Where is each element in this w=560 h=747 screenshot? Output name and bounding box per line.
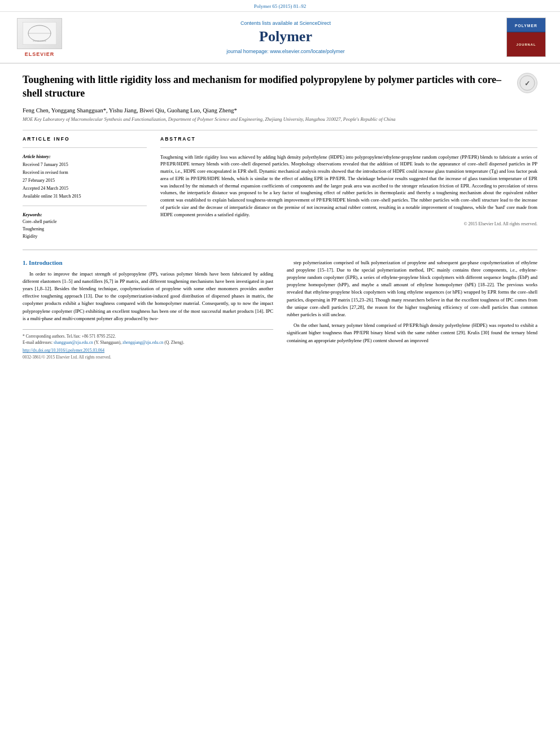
sciencedirect-link[interactable]: Contents lists available at ScienceDirec… bbox=[240, 20, 331, 26]
keywords-divider bbox=[23, 206, 147, 206]
keyword-2: Toughening bbox=[23, 226, 147, 233]
received-revised-date: 27 February 2015 bbox=[23, 177, 147, 184]
journal-homepage: journal homepage: www.elsevier.com/locat… bbox=[226, 49, 345, 54]
keyword-3: Rigidity bbox=[23, 233, 147, 241]
history-label-text: Article history: bbox=[23, 154, 51, 159]
svg-text:journal: journal bbox=[517, 43, 536, 46]
article-info-divider bbox=[23, 147, 147, 148]
abstract-paragraph-1: Toughening with little rigidity loss was… bbox=[160, 154, 537, 219]
received-revised-label: Received in revised form bbox=[23, 169, 147, 176]
elsevier-label: ELSEVIER bbox=[25, 51, 55, 57]
keywords-label-text: Keywords: bbox=[23, 212, 42, 217]
svg-text:polymer: polymer bbox=[515, 24, 537, 28]
article-info-column: ARTICLE INFO Article history: Received 7… bbox=[23, 136, 147, 241]
polymer-logo: polymer journal bbox=[504, 18, 549, 57]
divider-1 bbox=[23, 130, 537, 130]
email-1[interactable]: shangguan@zju.edu.cn bbox=[54, 340, 93, 345]
journal-header-center: Contents lists available at ScienceDirec… bbox=[73, 18, 498, 57]
section-number: 1. bbox=[23, 259, 27, 266]
contents-text: Contents lists available at bbox=[240, 20, 298, 26]
intro-section-title: 1. Introduction bbox=[23, 259, 273, 266]
email-1-name: (Y. Shangguan), bbox=[94, 340, 121, 345]
introduction-section: 1. Introduction In order to improve the … bbox=[23, 259, 537, 360]
email-2-name: (Q. Zheng). bbox=[164, 340, 184, 345]
intro-para-1: In order to improve the impact strength … bbox=[23, 270, 273, 322]
info-abstract-section: ARTICLE INFO Article history: Received 7… bbox=[23, 136, 537, 241]
intro-body-left: In order to improve the impact strength … bbox=[23, 270, 273, 322]
intro-right-col: step polymerization comprised of bulk po… bbox=[287, 259, 537, 360]
keyword-1: Core–shell particle bbox=[23, 219, 147, 226]
keywords-label: Keywords: bbox=[23, 212, 147, 219]
history-label: Article history: bbox=[23, 154, 147, 160]
footnotes-area: * Corresponding authors. Tel./fax: +86 5… bbox=[23, 329, 273, 360]
received-date: Received 7 January 2015 bbox=[23, 161, 147, 168]
sciencedirect-text[interactable]: ScienceDirect bbox=[300, 20, 331, 26]
intro-para-2: step polymerization comprised of bulk po… bbox=[287, 259, 537, 318]
intro-body-right: step polymerization comprised of bulk po… bbox=[287, 259, 537, 344]
doi-link[interactable]: http://dx.doi.org/10.1016/j.polymer.2015… bbox=[23, 348, 273, 353]
keywords-section: Keywords: Core–shell particle Toughening… bbox=[23, 206, 147, 241]
polymer-logo-box: polymer journal bbox=[506, 18, 546, 57]
abstract-text: Toughening with little rigidity loss was… bbox=[160, 154, 537, 219]
issn-line: 0032-3861/© 2015 Elsevier Ltd. All right… bbox=[23, 355, 273, 360]
journal-citation: Polymer 65 (2015) 81–92 bbox=[0, 0, 560, 12]
section-title-text: Introduction bbox=[29, 259, 63, 266]
abstract-header: ABSTRACT bbox=[160, 136, 537, 142]
section-divider bbox=[23, 250, 537, 250]
journal-header: ELSEVIER ELSEVIER Contents lists availab… bbox=[0, 12, 560, 64]
authors-text: Feng Chen, Yonggang Shangguan*, Yishu Ji… bbox=[23, 107, 237, 113]
homepage-url[interactable]: www.elsevier.com/locate/polymer bbox=[270, 49, 345, 54]
svg-text:✓: ✓ bbox=[524, 80, 530, 88]
paper-content: Toughening with little rigidity loss and… bbox=[0, 64, 560, 369]
elsevier-logo-section: ELSEVIER ELSEVIER bbox=[11, 18, 68, 57]
accepted-date: Accepted 24 March 2015 bbox=[23, 185, 147, 192]
email-label: E-mail addresses: bbox=[23, 340, 53, 345]
homepage-label: journal homepage: bbox=[226, 49, 269, 54]
intro-para-3: On the other hand, ternary polymer blend… bbox=[287, 322, 537, 344]
paper-title: Toughening with little rigidity loss and… bbox=[23, 73, 537, 101]
copyright-line: © 2015 Elsevier Ltd. All rights reserved… bbox=[160, 221, 537, 226]
journal-citation-text: Polymer 65 (2015) 81–92 bbox=[254, 3, 307, 9]
email-2[interactable]: zhengqiang@zju.edu.cn bbox=[123, 340, 163, 345]
footnote-corresponding: * Corresponding authors. Tel./fax: +86 5… bbox=[23, 333, 273, 339]
paper-title-text: Toughening with little rigidity loss and… bbox=[23, 74, 501, 99]
article-history: Article history: Received 7 January 2015… bbox=[23, 154, 147, 200]
elsevier-image-placeholder: ELSEVIER bbox=[17, 18, 62, 49]
svg-text:ELSEVIER: ELSEVIER bbox=[33, 40, 46, 42]
authors-line: Feng Chen, Yonggang Shangguan*, Yishu Ji… bbox=[23, 107, 537, 113]
journal-title: Polymer bbox=[259, 28, 312, 45]
footnote-email: E-mail addresses: shangguan@zju.edu.cn (… bbox=[23, 339, 273, 346]
abstract-column: ABSTRACT Toughening with little rigidity… bbox=[160, 136, 537, 241]
abstract-divider bbox=[160, 147, 537, 148]
crossmark-badge[interactable]: ✓ bbox=[517, 73, 537, 93]
article-info-header: ARTICLE INFO bbox=[23, 136, 147, 142]
available-date: Available online 31 March 2015 bbox=[23, 193, 147, 200]
affiliation-line: MOE Key Laboratory of Macromolecular Syn… bbox=[23, 116, 537, 122]
intro-left-col: 1. Introduction In order to improve the … bbox=[23, 259, 273, 360]
